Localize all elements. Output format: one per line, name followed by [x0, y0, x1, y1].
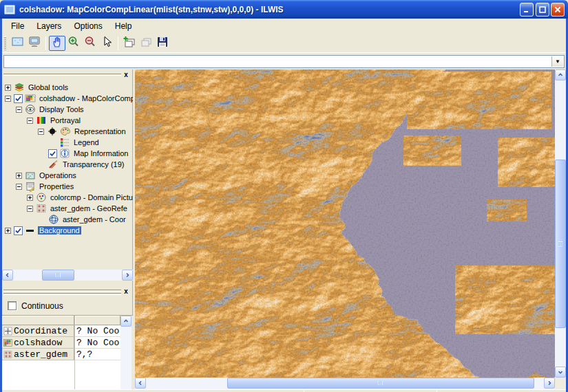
- toolbar-separator: [118, 36, 118, 50]
- collapse-box-icon[interactable]: [38, 129, 44, 135]
- layer-selector-combobox[interactable]: ▼: [3, 55, 565, 68]
- tree-item-colorcmp-domain-pictu[interactable]: colorcmp - Domain Pictu: [2, 192, 133, 203]
- map-hscroll-thumb[interactable]: [227, 378, 534, 389]
- expand-box-icon[interactable]: [5, 228, 11, 234]
- scroll-up-button[interactable]: [120, 316, 132, 327]
- table-row-name-aster-gdem[interactable]: aster_gdem: [2, 349, 74, 360]
- tree-item-label: Background: [38, 226, 81, 235]
- entire-map-button[interactable]: [10, 36, 26, 51]
- scroll-up-button[interactable]: [555, 69, 566, 80]
- scroll-right-button[interactable]: [544, 378, 555, 389]
- palette-icon: [60, 126, 71, 137]
- georef-icon: [36, 203, 47, 214]
- tree-item-transparency-19[interactable]: Transparency (19): [2, 159, 133, 170]
- tree-item-map-information[interactable]: Map Information: [2, 148, 133, 159]
- menu-item-options[interactable]: Options: [67, 20, 108, 32]
- continuous-label: Continuous: [21, 301, 63, 311]
- map-canvas[interactable]: [135, 69, 555, 378]
- redraw-button[interactable]: [26, 36, 43, 51]
- chevron-left-icon: [138, 380, 143, 386]
- tree-item-label: Display Tools: [38, 105, 85, 113]
- remove-layer-button[interactable]: [138, 36, 154, 51]
- menu-item-file[interactable]: File: [5, 20, 30, 32]
- tree-item-legend[interactable]: Legend: [2, 137, 133, 148]
- pan-button[interactable]: [49, 36, 65, 51]
- tree-item-aster-gdem-georefe[interactable]: aster_gdem - GeoRefe: [2, 203, 133, 214]
- toolbar-grip[interactable]: [4, 36, 6, 50]
- tree-hscroll-thumb[interactable]: [42, 270, 74, 281]
- tree-horizontal-scrollbar[interactable]: [2, 270, 133, 281]
- statusbar: [0, 389, 568, 392]
- raster-map-icon: [25, 93, 36, 104]
- map-horizontal-scrollbar[interactable]: [135, 378, 555, 389]
- tree-item-label: Representation: [73, 127, 127, 135]
- map-viewport[interactable]: [135, 69, 555, 378]
- toolbar: [2, 34, 566, 53]
- scroll-left-button[interactable]: [135, 378, 146, 389]
- close-button[interactable]: [551, 3, 565, 17]
- tree-item-label: colshadow - MapColorComp: [38, 94, 133, 102]
- collapse-box-icon[interactable]: [27, 118, 33, 124]
- layer-management-panel: x Global toolscolshadow - MapColorCompDi…: [2, 69, 133, 389]
- table-header-name[interactable]: [2, 316, 74, 325]
- tree-item-global-tools[interactable]: Global tools: [2, 82, 133, 93]
- expand-box-icon[interactable]: [16, 173, 22, 179]
- save-button[interactable]: [154, 36, 171, 51]
- tree-item-representation[interactable]: Representation: [2, 126, 133, 137]
- scroll-right-button[interactable]: [122, 270, 133, 281]
- map-vertical-scrollbar[interactable]: [555, 69, 566, 378]
- table-filler: [132, 316, 133, 389]
- scroll-left-button[interactable]: [2, 270, 13, 281]
- table-row-name-colshadow[interactable]: colshadow: [2, 337, 74, 349]
- chevron-right-icon: [547, 380, 552, 386]
- chevron-down-icon[interactable]: ▼: [551, 56, 563, 67]
- zoom-out-button[interactable]: [82, 36, 98, 51]
- collapse-box-icon[interactable]: [5, 96, 11, 102]
- continuous-checkbox[interactable]: [8, 301, 17, 310]
- layer-visibility-checkbox[interactable]: [14, 94, 23, 103]
- layer-visibility-checkbox[interactable]: [14, 226, 23, 235]
- relief-island: [414, 74, 545, 127]
- menu-item-help[interactable]: Help: [109, 20, 138, 32]
- table-row-name-coordinate[interactable]: Coordinate: [2, 325, 74, 337]
- tree-panel-close-button[interactable]: x: [122, 71, 130, 79]
- info-panel-grip2[interactable]: [3, 293, 121, 295]
- coordsys-globe-icon: [48, 214, 59, 225]
- maximize-button[interactable]: [536, 3, 549, 17]
- tree-item-label: aster_gdem - GeoRefe: [49, 204, 129, 213]
- normal-select-button[interactable]: [98, 36, 115, 51]
- info-panel-close-button[interactable]: x: [122, 287, 130, 296]
- info-panel-grip[interactable]: [3, 290, 121, 292]
- collapse-box-icon[interactable]: [16, 184, 22, 190]
- titlebar[interactable]: colshadow: MapColorCompLinear(mlist(stn,…: [0, 0, 568, 19]
- tree-item-operations[interactable]: Operations: [2, 170, 133, 181]
- table-cell-value: ?,?: [75, 349, 120, 360]
- tree-item-aster-gdem-coor[interactable]: aster_gdem - Coor: [2, 214, 133, 225]
- expand-box-icon[interactable]: [5, 85, 11, 91]
- tree-item-display-tools[interactable]: Display Tools: [2, 104, 133, 115]
- layer-visibility-checkbox[interactable]: [48, 149, 57, 158]
- menu-item-layers[interactable]: Layers: [30, 20, 67, 32]
- window-border-left: [0, 19, 2, 392]
- map-vscroll-thumb[interactable]: [555, 160, 566, 328]
- tree-panel-grip[interactable]: [3, 74, 121, 76]
- zoom-in-icon: [67, 35, 81, 51]
- add-layer-icon: [123, 35, 136, 51]
- collapse-box-icon[interactable]: [27, 206, 33, 212]
- toolbar-separator: [45, 36, 46, 50]
- zoom-in-button[interactable]: [65, 36, 82, 51]
- expand-box-icon[interactable]: [27, 195, 33, 201]
- select-arrow-icon: [100, 35, 114, 51]
- minimize-button[interactable]: [520, 3, 534, 17]
- rainbow-icon: [36, 115, 47, 126]
- tree-item-label: Map Information: [72, 149, 129, 157]
- tree-item-properties[interactable]: Properties: [2, 181, 133, 192]
- tree-item-colshadow-mapcolorcomp[interactable]: colshadow - MapColorComp: [2, 93, 133, 104]
- tree-item-portrayal[interactable]: Portrayal: [2, 115, 133, 126]
- tree-item-background[interactable]: Background: [2, 225, 133, 236]
- table-vertical-scrollbar[interactable]: [120, 316, 132, 389]
- add-layer-button[interactable]: [121, 36, 138, 51]
- table-header-value[interactable]: [75, 316, 120, 325]
- scroll-down-button[interactable]: [555, 367, 566, 378]
- collapse-box-icon[interactable]: [16, 107, 22, 113]
